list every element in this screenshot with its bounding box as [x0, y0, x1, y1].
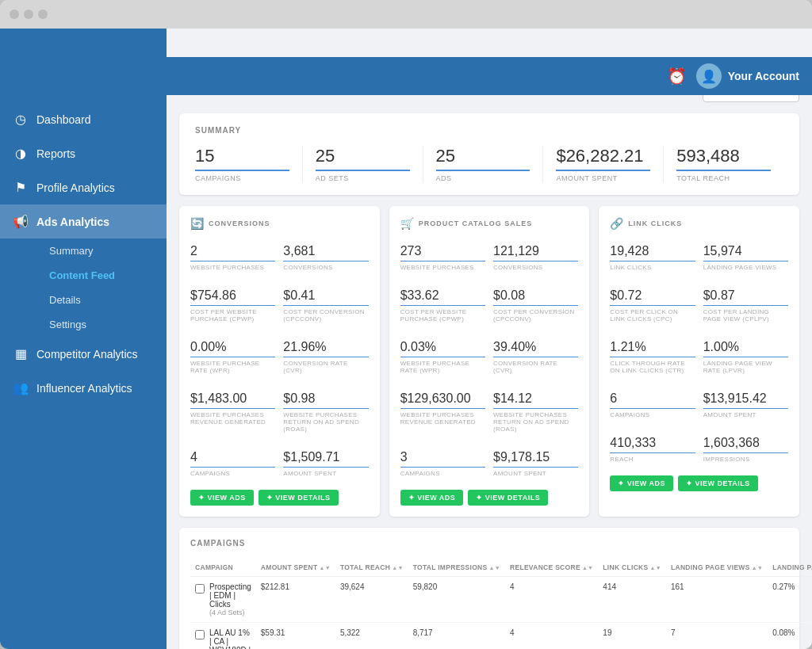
link-clicks-card: 🔗 LINK CLICKS 19,428 LINK CLICKS 15,974 …	[599, 206, 799, 517]
conversions-stats-grid: 2 WEBSITE PURCHASES 3,681 CONVERSIONS $7…	[190, 239, 369, 482]
th-relevance-score[interactable]: RELEVANCE SCORE ▲▼	[505, 559, 598, 577]
avatar: 👤	[696, 63, 722, 89]
sidebar-sub-settings[interactable]: Settings	[36, 312, 167, 337]
reports-icon: ◑	[13, 146, 29, 161]
pc-stat-7: $14.12 WEBSITE PURCHASES RETURN ON AD SP…	[493, 387, 578, 437]
account-button[interactable]: 👤 Your Account	[696, 63, 799, 89]
sidebar-item-profile-analytics[interactable]: ⚑ Profile Analytics	[0, 170, 167, 204]
link-clicks-icon: 🔗	[610, 217, 623, 230]
summary-card: SUMMARY 15 CAMPAIGNS 25 AD SETS 25 ADS	[179, 113, 799, 195]
link-clicks-stats-grid: 19,428 LINK CLICKS 15,974 LANDING PAGE V…	[610, 239, 788, 468]
lc-stat-0: 19,428 LINK CLICKS	[610, 239, 695, 276]
lc-stat-9: 1,603,368 IMPRESSIONS	[703, 431, 788, 468]
th-landing-page-views-cplpv[interactable]: LANDING PAGE VIEWS ▲▼	[768, 559, 812, 577]
sidebar-sub-menu: Summary Content Feed Details Settings	[0, 239, 167, 337]
conv-stat-1: 3,681 CONVERSIONS	[283, 239, 368, 276]
th-landing-page-views[interactable]: LANDING PAGE VIEWS ▲▼	[666, 559, 768, 577]
sidebar-item-reports[interactable]: ◑ Reports	[0, 136, 167, 170]
link-clicks-view-details-button[interactable]: ✦ VIEW DETAILS	[678, 475, 758, 491]
conversions-icon: 🔄	[190, 217, 204, 230]
total-reach-value: 593,488	[676, 146, 771, 166]
sort-icon: ▲▼	[392, 565, 403, 571]
sidebar-sub-summary[interactable]: Summary	[36, 239, 167, 263]
title-bar	[0, 0, 812, 29]
link-clicks-view-ads-button[interactable]: ✦ VIEW ADS	[610, 475, 673, 491]
adsets-value: 25	[316, 146, 410, 166]
link-clicks-card-buttons: ✦ VIEW ADS ✦ VIEW DETAILS	[610, 475, 788, 491]
ads-analytics-icon: 📢	[13, 214, 29, 229]
summary-stats: 15 CAMPAIGNS 25 AD SETS 25 ADS $26,282	[195, 146, 783, 182]
sidebar-item-dashboard[interactable]: ◷ Dashboard	[0, 102, 167, 136]
campaign-link-clicks: 414	[598, 577, 666, 623]
amount-spent-value: $26,282.21	[556, 146, 650, 166]
th-campaign: CAMPAIGN	[190, 559, 256, 577]
sidebar-sub-content-feed[interactable]: Content Feed	[36, 263, 167, 288]
sidebar-item-competitor-analytics-label: Competitor Analytics	[36, 348, 138, 361]
campaigns-value: 15	[195, 146, 289, 166]
campaign-checkbox[interactable]	[195, 630, 205, 639]
lc-stat-3: $0.87 COST PER LANDING PAGE VIEW (CPLPV)	[703, 284, 788, 327]
campaign-total-impressions: 59,820	[408, 577, 505, 623]
app-body: ⏰ 👤 Your Account ≡ ◷ Dashboard ◑ Reports…	[0, 29, 812, 649]
conversions-card: 🔄 CONVERSIONS 2 WEBSITE PURCHASES 3,681 …	[179, 206, 380, 517]
table-row: LAL AU 1% | CA | WSV180D | AU | 18-45 | …	[190, 623, 812, 650]
summary-title: SUMMARY	[195, 126, 783, 135]
campaign-landing-page-views: 7	[666, 623, 768, 650]
summary-stat-adsets: 25 AD SETS	[303, 146, 423, 182]
conversions-view-details-button[interactable]: ✦ VIEW DETAILS	[259, 490, 339, 506]
campaign-cplpv: 0.08%	[768, 623, 812, 650]
adsets-label: AD SETS	[316, 170, 410, 182]
conv-stat-8: 4 CAMPAIGNS	[190, 445, 275, 482]
th-link-clicks[interactable]: LINK CLICKS ▲▼	[598, 559, 666, 577]
conversions-card-header: 🔄 CONVERSIONS	[190, 217, 369, 230]
maximize-button[interactable]	[38, 10, 48, 19]
sort-icon: ▲▼	[752, 565, 763, 571]
pc-stat-9: $9,178.15 AMOUNT SPENT	[493, 445, 578, 482]
campaigns-tbody: Prospecting | EDM | Clicks (4 Ad Sets) $…	[190, 577, 812, 650]
sidebar: ≡ ◷ Dashboard ◑ Reports ⚑ Profile Analyt…	[0, 29, 167, 649]
product-catalog-title: PRODUCT CATALOG SALES	[419, 220, 533, 227]
product-catalog-icon: 🛒	[400, 217, 414, 230]
pc-stat-6: $129,630.00 WEBSITE PURCHASES REVENUE GE…	[400, 387, 485, 437]
campaigns-card: CAMPAIGNS CAMPAIGN	[179, 528, 799, 649]
conversions-card-buttons: ✦ VIEW ADS ✦ VIEW DETAILS	[190, 490, 369, 506]
minimize-button[interactable]	[24, 10, 33, 19]
dashboard-icon: ◷	[13, 112, 29, 127]
account-label: Your Account	[728, 70, 799, 82]
sort-icon: ▲▼	[582, 565, 593, 571]
campaign-relevance-score: 4	[505, 577, 598, 623]
summary-stat-amount-spent: $26,282.21 AMOUNT SPENT	[543, 146, 664, 182]
th-amount-spent[interactable]: AMOUNT SPENT ▲▼	[256, 559, 335, 577]
conversions-view-ads-button[interactable]: ✦ VIEW ADS	[190, 490, 254, 506]
pc-stat-3: $0.08 COST PER CONVERSION (CPCCONV)	[493, 284, 578, 327]
competitor-analytics-icon: ▦	[13, 346, 29, 361]
pc-stat-1: 121,129 CONVERSIONS	[493, 239, 578, 276]
analytics-cards-row: 🔄 CONVERSIONS 2 WEBSITE PURCHASES 3,681 …	[179, 206, 799, 517]
close-button[interactable]	[10, 10, 19, 19]
sidebar-sub-details[interactable]: Details	[36, 288, 167, 312]
sidebar-item-influencer-analytics[interactable]: 👥 Influencer Analytics	[0, 371, 167, 405]
lc-stat-1: 15,974 LANDING PAGE VIEWS	[703, 239, 788, 276]
sidebar-item-ads-analytics[interactable]: 📢 Ads Analytics	[0, 204, 167, 239]
table-header-row: CAMPAIGN AMOUNT SPENT ▲▼	[190, 559, 812, 577]
th-total-reach[interactable]: TOTAL REACH ▲▼	[335, 559, 408, 577]
conv-stat-2: $754.86 COST PER WEBSITE PURCHASE (CPWP)	[190, 284, 275, 327]
alarm-icon[interactable]: ⏰	[667, 67, 687, 86]
campaign-sub: (4 Ad Sets)	[209, 609, 251, 617]
main-inner: Time Interval Last Month Last Week Last …	[167, 67, 812, 649]
conv-stat-7: $0.98 WEBSITE PURCHASES RETURN ON AD SPE…	[283, 387, 368, 437]
lc-stat-5: 1.00% LANDING PAGE VIEW RATE (LPVR)	[703, 335, 788, 379]
ads-value: 25	[436, 146, 530, 166]
campaign-name-cell: Prospecting | EDM | Clicks (4 Ad Sets)	[190, 577, 256, 623]
campaign-checkbox[interactable]	[195, 584, 205, 594]
product-catalog-view-ads-button[interactable]: ✦ VIEW ADS	[400, 490, 464, 506]
campaign-cplpv: 0.27%	[768, 577, 812, 623]
th-total-impressions[interactable]: TOTAL IMPRESSIONS ▲▼	[408, 559, 505, 577]
product-catalog-view-details-button[interactable]: ✦ VIEW DETAILS	[468, 490, 548, 506]
total-reach-label: TOTAL REACH	[676, 170, 771, 182]
traffic-lights	[10, 10, 48, 19]
lc-stat-7: $13,915.42 AMOUNT SPENT	[703, 387, 788, 423]
summary-stat-total-reach: 593,488 TOTAL REACH	[664, 146, 783, 182]
amount-spent-label: AMOUNT SPENT	[556, 170, 650, 182]
sidebar-item-competitor-analytics[interactable]: ▦ Competitor Analytics	[0, 337, 167, 371]
